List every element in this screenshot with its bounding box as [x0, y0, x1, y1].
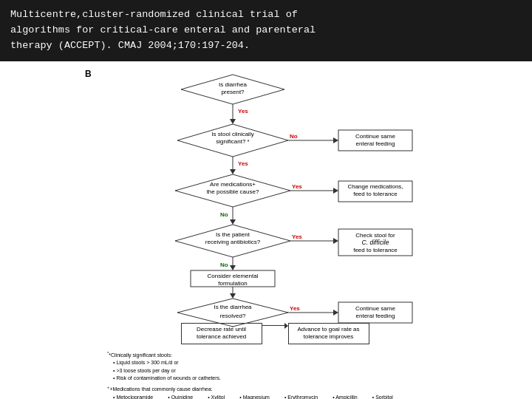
svg-text:Yes: Yes [290, 305, 300, 312]
footnotes: **Clinically significant stools: • Liqui… [92, 350, 440, 399]
svg-text:Is stool clinically: Is stool clinically [211, 131, 253, 137]
svg-text:Is diarrhea: Is diarrhea [219, 81, 247, 88]
svg-marker-42 [230, 265, 236, 270]
svg-marker-23 [333, 188, 338, 194]
bottom-box-advance: Advance to goal rate as tolerance improv… [288, 323, 369, 344]
svg-text:Change medications,: Change medications, [347, 183, 403, 190]
svg-text:receiving antibiotics?: receiving antibiotics? [205, 239, 261, 245]
svg-marker-5 [230, 119, 236, 124]
svg-text:feed to tolerance: feed to tolerance [353, 191, 398, 197]
svg-text:feed to tolerance: feed to tolerance [353, 247, 398, 253]
svg-text:Is the diarrhea: Is the diarrhea [214, 304, 252, 310]
flowchart: Is diarrhea present? Yes Is stool clinic… [85, 69, 447, 327]
svg-text:Yes: Yes [238, 160, 248, 167]
chart-label-b: B [85, 69, 92, 79]
svg-text:present?: present? [221, 89, 245, 95]
svg-text:No: No [220, 211, 228, 218]
svg-text:Check stool for: Check stool for [355, 232, 395, 239]
header-section: Multicentre,cluster-randomized clinical … [0, 0, 532, 61]
main-content: B Is diarrhea present? Yes Is stool clin… [0, 61, 532, 399]
svg-text:C. difficile: C. difficile [362, 239, 389, 246]
svg-text:Yes: Yes [292, 183, 302, 190]
svg-text:No: No [290, 133, 298, 140]
svg-text:Are medications+: Are medications+ [210, 181, 256, 188]
svg-marker-29 [230, 219, 236, 225]
header-text: Multicentre,cluster-randomized clinical … [10, 9, 316, 51]
svg-marker-47 [230, 293, 236, 299]
svg-text:Consider elemental: Consider elemental [208, 273, 259, 279]
svg-text:enteral feeding: enteral feeding [356, 313, 395, 319]
svg-text:No: No [220, 262, 228, 268]
svg-marker-17 [230, 169, 236, 174]
svg-text:Continue same: Continue same [355, 133, 395, 140]
svg-text:enteral feeding: enteral feeding [356, 140, 395, 147]
svg-text:the possible cause?: the possible cause? [207, 188, 259, 195]
svg-text:Yes: Yes [238, 108, 248, 115]
svg-text:Is the patient: Is the patient [216, 231, 250, 238]
svg-text:Yes: Yes [292, 233, 302, 240]
svg-text:Continue same: Continue same [355, 305, 395, 312]
svg-text:formulation: formulation [218, 280, 248, 287]
svg-marker-11 [333, 137, 338, 143]
svg-text:significant? *: significant? * [216, 138, 249, 145]
svg-marker-35 [333, 238, 338, 244]
svg-marker-53 [333, 310, 338, 316]
bottom-box-decrease: Decrease rate until tolerance achieved [181, 323, 262, 344]
svg-text:resolved?: resolved? [220, 313, 246, 319]
